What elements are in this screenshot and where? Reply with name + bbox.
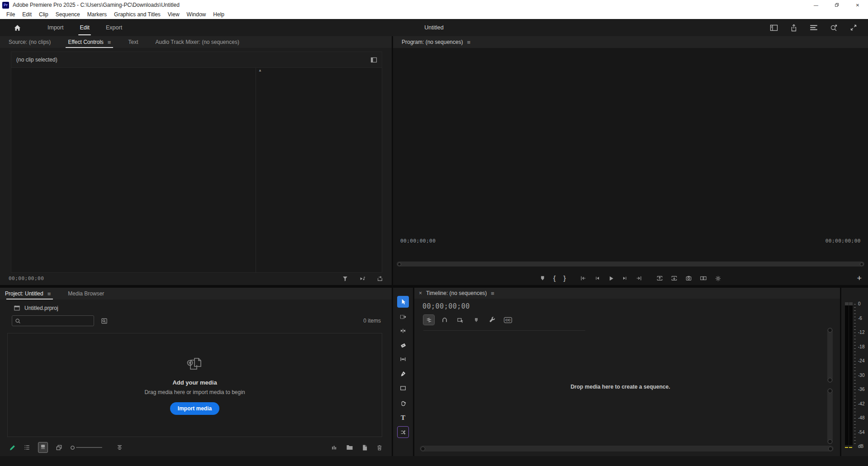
collapse-panel-icon[interactable]	[370, 57, 377, 63]
comparison-view-icon[interactable]	[700, 275, 707, 281]
panel-menu-icon[interactable]: ≡	[47, 290, 51, 297]
mark-out-icon[interactable]: }	[564, 275, 566, 282]
workspaces-icon[interactable]	[810, 24, 818, 31]
snap-icon[interactable]	[439, 315, 450, 325]
icon-view-icon[interactable]	[38, 442, 48, 453]
restore-button[interactable]	[826, 0, 847, 10]
project-writable-icon[interactable]	[9, 444, 16, 451]
filter-icon[interactable]	[342, 276, 348, 282]
panel-menu-icon[interactable]: ≡	[467, 39, 470, 46]
scroll-handle[interactable]	[828, 389, 832, 393]
search-input[interactable]	[23, 317, 91, 324]
panel-layout-icon[interactable]	[770, 24, 778, 31]
nest-sequences-toggle[interactable]	[423, 315, 434, 325]
button-editor-plus[interactable]: +	[857, 271, 862, 285]
thumbnail-zoom-slider[interactable]	[70, 445, 102, 450]
tab-export[interactable]: Export	[98, 19, 130, 36]
menu-view[interactable]: View	[164, 11, 183, 18]
menu-graphics-titles[interactable]: Graphics and Titles	[110, 11, 164, 18]
menu-window[interactable]: Window	[183, 11, 210, 18]
close-panel-icon[interactable]: ×	[419, 290, 422, 296]
menu-help[interactable]: Help	[209, 11, 228, 18]
search-box[interactable]	[12, 315, 94, 326]
list-view-icon[interactable]	[24, 444, 30, 451]
lift-icon[interactable]	[656, 275, 663, 281]
timeline-timecode[interactable]: 00;00;00;00	[422, 302, 470, 310]
create-search-bin-icon[interactable]	[101, 318, 108, 324]
close-button[interactable]: ✕	[847, 0, 868, 10]
automate-to-sequence-icon[interactable]	[331, 444, 337, 451]
step-forward-icon[interactable]	[622, 275, 628, 281]
extract-icon[interactable]	[671, 275, 678, 281]
zoom-handle-left[interactable]	[421, 447, 425, 451]
zoom-track[interactable]	[76, 447, 102, 448]
minimize-button[interactable]: —	[806, 0, 826, 10]
scroll-up-icon[interactable]: ▲	[258, 68, 262, 72]
linked-selection-icon[interactable]	[455, 315, 466, 325]
selection-tool[interactable]	[397, 296, 409, 308]
settings-icon[interactable]	[715, 275, 721, 282]
play-around-icon[interactable]	[359, 276, 366, 282]
export-frame-icon[interactable]	[685, 275, 692, 281]
tab-media-browser[interactable]: Media Browser	[59, 288, 113, 300]
rectangle-tool[interactable]	[397, 382, 409, 394]
program-seek-bar[interactable]	[397, 262, 864, 266]
remix-tool[interactable]	[397, 426, 409, 438]
freeform-view-icon[interactable]	[56, 444, 62, 451]
scroll-handle[interactable]	[828, 439, 832, 444]
new-item-icon[interactable]	[362, 444, 368, 451]
seek-handle-left[interactable]	[398, 262, 401, 266]
loop-playback-icon[interactable]	[377, 276, 383, 282]
razor-tool[interactable]	[397, 339, 409, 351]
tab-import[interactable]: Import	[39, 19, 71, 36]
video-tracks-scrollbar[interactable]	[827, 328, 833, 383]
go-to-out-icon[interactable]	[636, 275, 642, 281]
menu-clip[interactable]: Clip	[35, 11, 52, 18]
mark-in-icon[interactable]: {	[553, 275, 555, 282]
new-bin-icon[interactable]	[346, 444, 353, 451]
captions-icon[interactable]: CC	[503, 315, 513, 325]
timeline-settings-icon[interactable]	[487, 315, 498, 325]
effect-controls-timecode[interactable]: 00;00;00;00	[9, 276, 44, 281]
tab-effect-controls[interactable]: Effect Controls ≡	[59, 36, 119, 48]
add-marker-icon[interactable]	[540, 275, 545, 281]
add-marker-icon[interactable]	[471, 315, 482, 325]
tab-project[interactable]: Project: Untitled ≡	[0, 288, 59, 300]
tab-audio-track-mixer[interactable]: Audio Track Mixer: (no sequences)	[147, 36, 247, 48]
go-to-in-icon[interactable]	[580, 275, 587, 281]
quick-search-icon[interactable]	[830, 24, 838, 32]
menu-sequence[interactable]: Sequence	[52, 11, 84, 18]
tab-text[interactable]: Text	[119, 36, 147, 48]
panel-menu-icon[interactable]: ≡	[491, 290, 494, 297]
fullscreen-icon[interactable]	[850, 24, 857, 31]
timeline-horizontal-scrollbar[interactable]	[420, 446, 834, 452]
import-media-button[interactable]: Import media	[170, 402, 219, 415]
seek-handle-right[interactable]	[860, 262, 863, 266]
share-icon[interactable]	[790, 24, 797, 32]
audio-meters-panel[interactable]: 0 -6 -12 -18 -24 -30 -36 -42 -48 -54 dB	[841, 288, 868, 456]
track-select-forward-tool[interactable]	[397, 311, 409, 323]
hand-tool[interactable]	[397, 397, 409, 409]
menu-edit[interactable]: Edit	[19, 11, 35, 18]
zoom-handle-right[interactable]	[828, 447, 833, 451]
ripple-edit-tool[interactable]	[397, 325, 409, 337]
tab-source[interactable]: Source: (no clips)	[0, 36, 59, 48]
home-icon[interactable]	[14, 24, 21, 32]
type-tool[interactable]: T	[397, 412, 409, 423]
tab-edit[interactable]: Edit	[71, 19, 98, 36]
timeline-tab-label[interactable]: Timeline: (no sequences)	[426, 290, 487, 296]
delete-icon[interactable]	[376, 444, 383, 451]
panel-menu-icon[interactable]: ≡	[108, 39, 111, 46]
pen-tool[interactable]	[397, 368, 409, 380]
play-icon[interactable]	[608, 275, 614, 282]
media-drop-zone[interactable]: Add your media Drag media here or import…	[7, 333, 382, 437]
step-back-icon[interactable]	[594, 275, 600, 281]
menu-file[interactable]: File	[3, 11, 19, 18]
audio-tracks-scrollbar[interactable]	[827, 388, 833, 444]
slip-tool[interactable]	[397, 353, 409, 365]
sort-icon[interactable]	[116, 444, 123, 451]
menu-markers[interactable]: Markers	[84, 11, 110, 18]
scroll-handle[interactable]	[828, 328, 832, 333]
tab-program[interactable]: Program: (no sequences) ≡	[393, 36, 479, 48]
scroll-handle[interactable]	[828, 378, 832, 382]
